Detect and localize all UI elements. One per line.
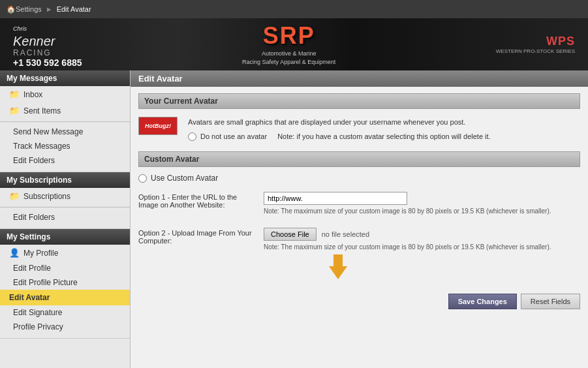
wps-logo: WPS [496, 35, 575, 48]
sent-items-label: Sent Items [23, 106, 61, 115]
main-content: Edit Avatar Your Current Avatar HotBugz!… [131, 70, 588, 368]
inbox-label: Inbox [23, 90, 42, 99]
sidebar-item-my-profile[interactable]: 👤 My Profile [0, 245, 130, 261]
sent-folder-icon: 📁 [9, 106, 20, 115]
sidebar-item-edit-profile[interactable]: Edit Profile [0, 261, 130, 275]
my-profile-label: My Profile [23, 249, 58, 258]
option2-label: Option 2 - Upload Image From Your Comput… [138, 228, 256, 245]
settings-link[interactable]: Settings [16, 5, 42, 13]
edit-avatar-label: Edit Avatar [9, 293, 50, 302]
sidebar-item-subscriptions[interactable]: 📁 Subscriptions [0, 188, 130, 204]
sidebar-item-sent[interactable]: 📁 Sent Items [0, 102, 130, 119]
footer-buttons: Save Changes Reset Fields [138, 288, 580, 312]
wps-sub: WESTERN PRO-STOCK SERIES [496, 48, 575, 54]
current-avatar-area: HotBugz! Avatars are small graphics that… [138, 114, 580, 145]
my-messages-section: My Messages 📁 Inbox 📁 Sent Items Send Ne… [0, 70, 130, 172]
my-settings-header: My Settings [0, 229, 130, 245]
no-avatar-radio[interactable] [188, 132, 196, 141]
sidebar-item-edit-avatar[interactable]: Edit Avatar [0, 290, 130, 305]
content-header: Edit Avatar [131, 70, 588, 87]
my-subscriptions-header: My Subscriptions [0, 172, 130, 188]
my-subscriptions-section: My Subscriptions 📁 Subscriptions Edit Fo… [0, 172, 130, 229]
arrow-container [329, 252, 580, 279]
subscriptions-folder-icon: 📁 [9, 191, 20, 201]
kenner-phone: +1 530 592 6885 [13, 57, 82, 68]
option2-note: Note: The maximum size of your custom im… [264, 243, 564, 252]
my-messages-header: My Messages [0, 70, 130, 86]
no-avatar-note: Note: if you have a custom avatar select… [277, 131, 491, 143]
custom-avatar-section: Custom Avatar Use Custom Avatar Option 1… [138, 151, 580, 312]
custom-avatar-title: Custom Avatar [138, 151, 580, 167]
avatar-description: Avatars are small graphics that are disp… [188, 117, 491, 129]
person-icon: 👤 [9, 248, 20, 258]
option1-field: Note: The maximum size of your custom im… [264, 192, 580, 216]
sidebar-item-edit-folders-subs[interactable]: Edit Folders [0, 210, 130, 224]
sidebar-item-send-new-message[interactable]: Send New Message [0, 125, 130, 139]
sidebar-item-edit-folders-messages[interactable]: Edit Folders [0, 153, 130, 168]
banner-wps: WPS WESTERN PRO-STOCK SERIES [496, 35, 575, 54]
avatar-image: HotBugz! [138, 117, 178, 135]
save-changes-button[interactable]: Save Changes [448, 294, 517, 309]
no-file-text: no file selected [322, 230, 369, 238]
file-row: Choose File no file selected [264, 228, 580, 241]
breadcrumb: 🏠 Settings ► Edit Avatar [0, 0, 588, 18]
srp-line2: Racing Safety Apparel & Equipment [95, 58, 483, 67]
choose-file-button[interactable]: Choose File [264, 228, 317, 241]
current-page-label: Edit Avatar [57, 5, 91, 13]
option1-note: Note: The maximum size of your custom im… [264, 207, 564, 216]
sidebar-item-edit-signature[interactable]: Edit Signature [0, 305, 130, 320]
no-avatar-row: Do not use an avatar Note: if you have a… [188, 131, 491, 143]
sidebar: My Messages 📁 Inbox 📁 Sent Items Send Ne… [0, 70, 131, 368]
banner-srp: SRP Automotive & Marine Racing Safety Ap… [95, 22, 483, 66]
kenner-name: Chris Kenner [13, 21, 82, 49]
banner: Chris Kenner RACING +1 530 592 6885 SRP … [0, 18, 588, 70]
breadcrumb-separator: ► [46, 5, 53, 13]
option1-input[interactable] [264, 192, 407, 205]
use-custom-row: Use Custom Avatar [138, 174, 580, 183]
no-avatar-label: Do not use an avatar [200, 131, 267, 143]
kenner-racing: RACING [13, 48, 82, 57]
sidebar-item-inbox[interactable]: 📁 Inbox [0, 86, 130, 102]
srp-line1: Automotive & Marine [95, 50, 483, 58]
use-custom-label: Use Custom Avatar [151, 174, 218, 183]
banner-kenner: Chris Kenner RACING +1 530 592 6885 [13, 21, 82, 69]
option1-row: Option 1 - Enter the URL to the Image on… [138, 189, 580, 219]
option2-row: Option 2 - Upload Image From Your Comput… [138, 225, 580, 282]
option1-label: Option 1 - Enter the URL to the Image on… [138, 192, 256, 209]
srp-logo: SRP [95, 22, 483, 50]
sidebar-item-edit-profile-picture[interactable]: Edit Profile Picture [0, 275, 130, 290]
use-custom-radio[interactable] [138, 174, 147, 183]
current-avatar-title: Your Current Avatar [138, 93, 580, 109]
subscriptions-label: Subscriptions [23, 192, 70, 201]
sidebar-item-track-messages[interactable]: Track Messages [0, 139, 130, 153]
reset-fields-button[interactable]: Reset Fields [521, 294, 580, 309]
sidebar-item-profile-privacy[interactable]: Profile Privacy [0, 320, 130, 334]
inbox-folder-icon: 📁 [9, 89, 20, 99]
my-settings-section: My Settings 👤 My Profile Edit Profile Ed… [0, 229, 130, 339]
avatar-info: Avatars are small graphics that are disp… [188, 117, 491, 142]
option2-field: Choose File no file selected Note: The m… [264, 228, 580, 279]
home-icon: 🏠 [7, 5, 16, 14]
